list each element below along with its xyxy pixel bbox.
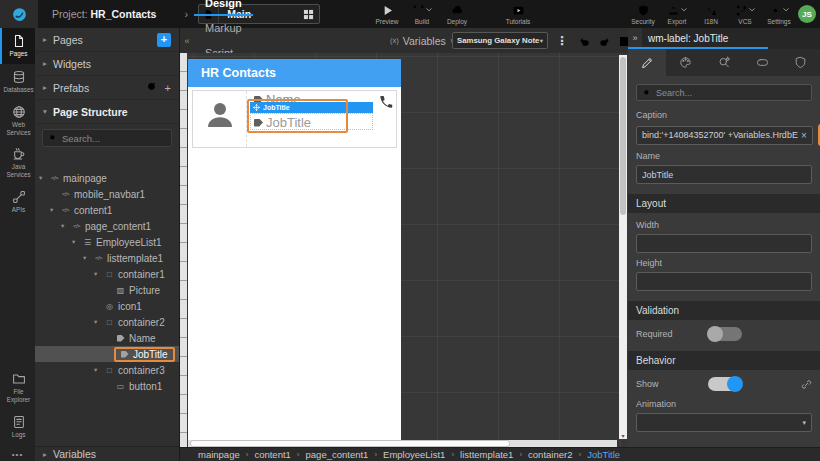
list-item-card[interactable]: Name JobTitle JobTitle — [192, 90, 397, 148]
tree-node-page-content1[interactable]: ▾page_content1 — [35, 218, 179, 234]
more-icon[interactable]: ••• — [0, 450, 35, 459]
show-toggle[interactable] — [708, 377, 742, 391]
selected-widget-highlight — [247, 99, 348, 133]
chevron-down-icon[interactable]: ▾ — [72, 238, 81, 246]
tree-node-name[interactable]: Name — [35, 330, 179, 346]
device-selector[interactable]: Samsung Galaxy Note III ▾ — [452, 32, 548, 49]
section-variables[interactable]: ▸ Variables — [35, 446, 179, 461]
phone-preview[interactable]: HR Contacts Name JobTitle — [188, 59, 401, 442]
tutorials-button[interactable]: Tutorials — [505, 4, 531, 25]
grid-icon[interactable] — [297, 5, 319, 23]
section-pages[interactable]: ▸ Pages + — [35, 28, 179, 52]
chevron-right-icon[interactable]: › — [184, 8, 188, 20]
required-toggle[interactable] — [708, 327, 742, 341]
scroll-down-icon[interactable]: ▾ — [619, 432, 627, 439]
sidebar-item-web-services[interactable]: Web Services — [0, 100, 35, 142]
tab-markup[interactable]: Markup — [194, 16, 253, 41]
tree-node-content1[interactable]: ▾content1 — [35, 202, 179, 218]
chevron-down-icon[interactable]: ▾ — [61, 222, 70, 230]
label-container[interactable]: Name JobTitle JobTitle — [250, 91, 374, 147]
tree-node-label: listtemplate1 — [107, 253, 163, 264]
redo-icon[interactable] — [598, 34, 611, 52]
kebab-menu-icon[interactable]: ⋮ — [556, 34, 568, 48]
preview-button[interactable]: Preview — [374, 4, 400, 25]
sidebar-item-pages[interactable]: Pages — [0, 28, 35, 64]
shield-icon — [637, 4, 650, 17]
chevron-down-icon[interactable]: ▾ — [94, 366, 103, 374]
animation-select[interactable]: ▾ — [636, 413, 812, 432]
tree-node-jobtitle[interactable]: JobTitle — [35, 346, 179, 362]
export-button[interactable]: Export — [664, 4, 690, 25]
chevron-down-icon[interactable]: ▾ — [94, 318, 103, 326]
build-icon — [412, 4, 432, 17]
canvas-horizontal-scrollbar[interactable] — [188, 440, 617, 447]
section-prefabs[interactable]: ▸ Prefabs + — [35, 76, 179, 100]
code-icon — [59, 207, 72, 213]
chevron-down-icon[interactable]: ▾ — [50, 206, 59, 214]
undo-icon[interactable] — [578, 34, 591, 52]
properties-tab-security[interactable] — [782, 49, 820, 76]
section-page-structure[interactable]: ▾ Page Structure — [35, 100, 179, 124]
section-widgets[interactable]: ▸ Widgets — [35, 52, 179, 76]
tree-node-employeelist1[interactable]: ▾EmployeeList1 — [35, 234, 179, 250]
chevron-right-icon: ▸ — [43, 59, 53, 68]
caption-input[interactable]: bind:'+14084352700' +Variables.HrdbE × — [636, 126, 813, 145]
breadcrumb-item-mainpage[interactable]: mainpage — [198, 449, 240, 460]
i18n-button[interactable]: I18N — [698, 4, 724, 25]
chevron-down-icon[interactable]: ▾ — [94, 270, 103, 278]
variables-dropdown[interactable]: (x) Variables ∨ — [390, 35, 455, 47]
tree-node-mobile-navbar1[interactable]: mobile_navbar1 — [35, 186, 179, 202]
call-icon[interactable] — [377, 94, 395, 109]
height-input[interactable] — [636, 272, 812, 291]
breadcrumb-item-jobtitle[interactable]: JobTitle — [587, 449, 620, 460]
tree-node-icon1[interactable]: icon1 — [35, 298, 179, 314]
tree-node-picture[interactable]: Picture — [35, 282, 179, 298]
refresh-icon[interactable] — [146, 81, 157, 94]
tab-design[interactable]: Design — [194, 0, 253, 16]
vcs-button[interactable]: VCS — [732, 4, 758, 25]
clear-icon[interactable]: × — [801, 130, 807, 141]
tree-node-container1[interactable]: ▾container1 — [35, 266, 179, 282]
name-input[interactable]: JobTitle — [636, 165, 812, 184]
chevron-down-icon[interactable]: ▾ — [39, 174, 48, 182]
tree-node-button1[interactable]: button1 — [35, 378, 179, 394]
settings-button[interactable]: Settings — [766, 4, 792, 25]
tree-node-container3[interactable]: ▾container3 — [35, 362, 179, 378]
breadcrumb-item-page-content1[interactable]: page_content1 — [306, 449, 369, 460]
tree-node-listtemplate1[interactable]: ▾listtemplate1 — [35, 250, 179, 266]
deploy-button[interactable]: Deploy — [444, 4, 470, 25]
breadcrumb-item-content1[interactable]: content1 — [254, 449, 290, 460]
sidebar-item-java-services[interactable]: Java Services — [0, 142, 35, 184]
collapse-left-panel-icon[interactable]: « — [180, 36, 194, 46]
wavemaker-logo[interactable] — [0, 0, 38, 28]
design-canvas[interactable]: HR Contacts Name JobTitle — [180, 53, 628, 447]
properties-tab-styles[interactable] — [666, 49, 704, 76]
width-input[interactable] — [636, 234, 812, 253]
sidebar-item-file-explorer[interactable]: File Explorer — [0, 367, 35, 409]
properties-tab-device[interactable] — [743, 49, 781, 76]
picture-widget[interactable] — [193, 91, 247, 147]
build-button[interactable]: Build — [409, 4, 435, 25]
breadcrumb-item-employeelist1[interactable]: EmployeeList1 — [383, 449, 445, 460]
tree-node-container2[interactable]: ▾container2 — [35, 314, 179, 330]
properties-tab-advanced[interactable] — [705, 49, 743, 76]
properties-tab-properties[interactable] — [628, 49, 666, 76]
structure-search-input[interactable]: Search... — [42, 129, 172, 147]
avatar[interactable]: JS — [798, 5, 816, 23]
sidebar-item-logs[interactable]: Logs — [0, 409, 35, 445]
security-button[interactable]: Security — [630, 4, 656, 25]
collapse-right-panel-icon[interactable]: » — [628, 28, 642, 49]
tree-node-mainpage[interactable]: ▾mainpage — [35, 170, 179, 186]
chevron-down-icon[interactable]: ▾ — [83, 254, 92, 262]
sidebar-item-databases[interactable]: Databases — [0, 64, 35, 100]
play-icon — [381, 4, 394, 17]
add-page-button[interactable]: + — [157, 33, 171, 47]
canvas-vertical-scrollbar[interactable]: ▾ — [619, 55, 627, 439]
breadcrumb-item-container2[interactable]: container2 — [528, 449, 572, 460]
width-label: Width — [636, 220, 812, 230]
properties-search-input[interactable]: Search... — [636, 84, 812, 101]
bind-show-icon[interactable] — [801, 379, 812, 390]
breadcrumb-item-listtemplate1[interactable]: listtemplate1 — [460, 449, 513, 460]
add-prefab-icon[interactable]: + — [165, 82, 171, 94]
sidebar-item-apis[interactable]: APIs — [0, 183, 35, 219]
